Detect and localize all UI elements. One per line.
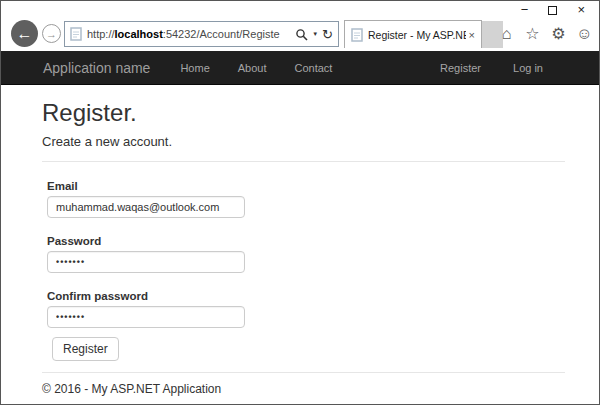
password-label: Password (47, 235, 565, 247)
register-form: Email Password Confirm password Register (47, 180, 565, 361)
email-field[interactable] (47, 196, 245, 218)
nav-link-contact[interactable]: Contact (295, 62, 333, 74)
settings-gear-icon[interactable]: ⚙ (549, 24, 568, 44)
page-icon (70, 27, 82, 41)
favorites-star-icon[interactable]: ☆ (523, 24, 542, 44)
nav-link-register[interactable]: Register (440, 62, 481, 74)
forward-button[interactable]: → (42, 24, 61, 43)
divider (42, 161, 565, 162)
browser-window: − × ← → http://localhost:54232/Account/R… (0, 0, 600, 405)
forward-arrow-icon: → (46, 28, 57, 40)
site-navbar: Application name Home About Contact Regi… (1, 51, 599, 85)
tab-title: Register - My ASP.NET... (368, 29, 466, 41)
home-icon[interactable]: ⌂ (497, 24, 516, 44)
page-title: Register. (42, 99, 565, 127)
confirm-password-label: Confirm password (47, 290, 565, 302)
email-label: Email (47, 180, 565, 192)
footer-divider (42, 372, 565, 373)
tab-page-icon (351, 28, 363, 42)
confirm-password-field[interactable] (47, 306, 245, 328)
page-subtitle: Create a new account. (42, 134, 565, 149)
search-dropdown-icon[interactable]: ▼ (312, 31, 318, 37)
close-button[interactable]: × (577, 2, 585, 18)
refresh-icon[interactable]: ↻ (322, 27, 333, 42)
copyright-text: © 2016 - My ASP.NET Application (42, 382, 565, 396)
tab-close-icon[interactable]: × (469, 29, 475, 41)
browser-tab[interactable]: Register - My ASP.NET... × (344, 20, 482, 48)
navbar-brand[interactable]: Application name (43, 60, 150, 76)
maximize-button[interactable] (548, 6, 557, 15)
nav-link-home[interactable]: Home (180, 62, 209, 74)
minimize-button[interactable]: − (521, 2, 529, 18)
back-button[interactable]: ← (11, 20, 38, 47)
window-controls: − × (521, 2, 585, 18)
page-content: Register. Create a new account. Email Pa… (1, 85, 599, 404)
search-icon[interactable] (295, 28, 308, 41)
nav-link-about[interactable]: About (238, 62, 267, 74)
nav-link-login[interactable]: Log in (513, 62, 543, 74)
url-text[interactable]: http://localhost:54232/Account/Registe (87, 28, 295, 40)
password-field[interactable] (47, 251, 245, 273)
back-arrow-icon: ← (17, 25, 33, 43)
feedback-smiley-icon[interactable]: ☺ (575, 24, 594, 44)
address-bar[interactable]: http://localhost:54232/Account/Registe ▼… (64, 21, 339, 47)
register-button[interactable]: Register (52, 337, 119, 361)
